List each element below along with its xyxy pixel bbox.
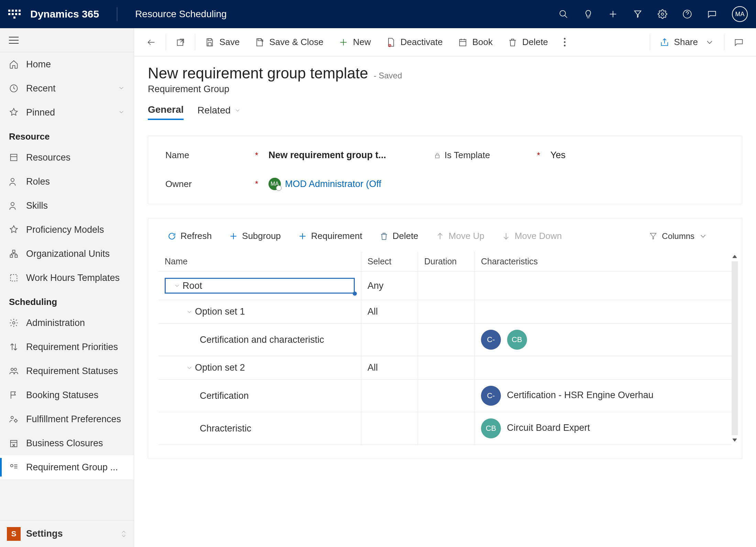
col-header-duration[interactable]: Duration xyxy=(418,252,475,272)
nav-label: Recent xyxy=(26,83,56,94)
subgrid-refresh-button[interactable]: Refresh xyxy=(162,227,217,245)
field-name[interactable]: Name * New requirement group t... xyxy=(165,150,406,161)
table-row-root[interactable]: Root Any xyxy=(158,272,732,300)
characteristic-pill[interactable]: C- xyxy=(481,386,501,406)
hamburger-icon[interactable] xyxy=(9,37,19,44)
chevron-down-icon[interactable] xyxy=(186,308,193,315)
assistant-panel-button[interactable] xyxy=(726,28,751,56)
nav-pinned[interactable]: Pinned xyxy=(0,100,134,124)
deactivate-button[interactable]: Deactivate xyxy=(379,28,450,56)
row-characteristics[interactable]: CB Circuit Board Expert xyxy=(475,412,732,445)
help-icon[interactable] xyxy=(682,9,692,19)
row-duration[interactable] xyxy=(418,324,475,356)
open-new-window-button[interactable] xyxy=(168,28,193,56)
scroll-down-icon[interactable] xyxy=(732,437,737,443)
owner-link[interactable]: MOD Administrator (Off xyxy=(285,179,381,189)
nav-resources[interactable]: Resources xyxy=(0,145,134,169)
app-module[interactable]: Resource Scheduling xyxy=(135,9,227,20)
row-duration[interactable] xyxy=(418,272,475,300)
row-duration[interactable] xyxy=(418,412,475,445)
chevron-down-icon[interactable] xyxy=(174,282,180,289)
nav-fulfillment[interactable]: Fulfillment Preferences xyxy=(0,407,134,431)
row-characteristics[interactable]: C- CB xyxy=(475,324,732,356)
row-select[interactable]: All xyxy=(361,356,418,380)
table-row-option1[interactable]: Option set 1 All xyxy=(158,300,732,324)
row-characteristics[interactable]: C- Certification - HSR Engine Overhau xyxy=(475,380,732,412)
nav-business-closures[interactable]: Business Closures xyxy=(0,431,134,455)
svg-point-17 xyxy=(11,368,13,371)
characteristic-pill[interactable]: C- xyxy=(481,330,501,350)
nav-req-priorities[interactable]: Requirement Priorities xyxy=(0,335,134,359)
row-select[interactable] xyxy=(361,380,418,412)
back-button[interactable] xyxy=(139,28,164,56)
assistant-icon[interactable] xyxy=(707,9,717,19)
nav-requirement-group[interactable]: Requirement Group ... xyxy=(0,455,134,479)
user-avatar[interactable]: MA xyxy=(732,6,748,22)
scroll-track[interactable] xyxy=(732,261,738,435)
row-duration[interactable] xyxy=(418,356,475,380)
app-launcher-icon[interactable] xyxy=(8,8,21,20)
filter-icon[interactable] xyxy=(633,9,643,19)
row-select[interactable] xyxy=(361,412,418,445)
col-header-name[interactable]: Name xyxy=(158,252,361,272)
new-button[interactable]: New xyxy=(331,28,379,56)
nav-home[interactable]: Home xyxy=(0,52,134,76)
nav-recent[interactable]: Recent xyxy=(0,76,134,100)
svg-rect-32 xyxy=(208,43,211,46)
row-characteristics[interactable] xyxy=(475,272,732,300)
nav-roles[interactable]: Roles xyxy=(0,169,134,194)
nav-proficiency[interactable]: Proficiency Models xyxy=(0,218,134,242)
book-button[interactable]: Book xyxy=(450,28,500,56)
row-select[interactable]: All xyxy=(361,300,418,324)
save-button[interactable]: Save xyxy=(197,28,247,56)
search-icon[interactable] xyxy=(559,9,568,19)
tab-general[interactable]: General xyxy=(148,104,184,120)
nav-label: Requirement Priorities xyxy=(26,342,118,352)
field-value[interactable]: New requirement group t... xyxy=(269,150,392,161)
lightbulb-icon[interactable] xyxy=(583,9,593,19)
row-select[interactable] xyxy=(361,324,418,356)
row-characteristics[interactable] xyxy=(475,356,732,380)
col-header-characteristics[interactable]: Characteristics xyxy=(475,252,732,272)
table-row-option2[interactable]: Option set 2 All xyxy=(158,356,732,380)
tab-related[interactable]: Related xyxy=(197,104,241,120)
subgrid-table-wrap: Name Select Duration Characteristics Roo… xyxy=(148,252,742,445)
row-select[interactable]: Any xyxy=(361,272,418,300)
col-header-select[interactable]: Select xyxy=(361,252,418,272)
table-row-certification[interactable]: Certification C- Certification - HSR Eng… xyxy=(158,380,732,412)
nav-skills[interactable]: Skills xyxy=(0,194,134,218)
nav-org-units[interactable]: Organizational Units xyxy=(0,242,134,266)
chevron-down-icon xyxy=(705,37,714,47)
scroll-up-icon[interactable] xyxy=(732,254,737,259)
sidebar-scroll[interactable]: Home Recent Pinned Resource Resources Ro… xyxy=(0,52,134,520)
row-characteristics[interactable] xyxy=(475,300,732,324)
table-row-cert-char[interactable]: Certification and characteristic C- CB xyxy=(158,324,732,356)
app-name[interactable]: Dynamics 365 xyxy=(30,8,99,20)
nav-req-statuses[interactable]: Requirement Statuses xyxy=(0,359,134,383)
subgrid-columns-button[interactable]: Columns xyxy=(649,231,728,241)
nav-label: Resources xyxy=(26,152,70,163)
gear-icon[interactable] xyxy=(658,9,667,19)
row-duration[interactable] xyxy=(418,300,475,324)
subgrid-delete-button[interactable]: Delete xyxy=(374,227,424,245)
chevron-down-icon[interactable] xyxy=(186,364,193,371)
vertical-scrollbar[interactable] xyxy=(731,252,738,445)
save-close-button[interactable]: Save & Close xyxy=(247,28,331,56)
table-row-characteristic[interactable]: Chracteristic CB Circuit Board Expert xyxy=(158,412,732,445)
area-picker[interactable]: S Settings xyxy=(0,520,134,547)
characteristic-pill[interactable]: CB xyxy=(481,418,501,438)
divider xyxy=(117,7,117,21)
subgrid-subgroup-button[interactable]: Subgroup xyxy=(223,227,286,245)
more-commands-button[interactable] xyxy=(556,28,574,56)
share-button[interactable]: Share xyxy=(652,28,722,56)
owner-chip[interactable]: MA MOD Administrator (Off xyxy=(269,178,381,190)
characteristic-pill[interactable]: CB xyxy=(507,330,527,350)
plus-icon[interactable] xyxy=(608,9,618,19)
nav-work-hours[interactable]: Work Hours Templates xyxy=(0,266,134,290)
field-owner[interactable]: Owner * MA MOD Administrator (Off xyxy=(165,178,406,190)
nav-booking-statuses[interactable]: Booking Statuses xyxy=(0,383,134,407)
row-duration[interactable] xyxy=(418,380,475,412)
subgrid-requirement-button[interactable]: Requirement xyxy=(293,227,368,245)
delete-button[interactable]: Delete xyxy=(500,28,556,56)
nav-administration[interactable]: Administration xyxy=(0,311,134,335)
